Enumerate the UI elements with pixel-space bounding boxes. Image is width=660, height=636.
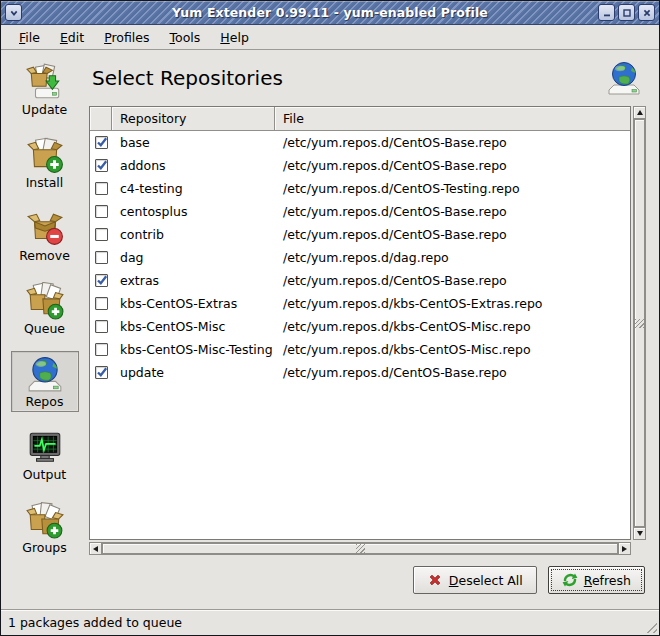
refresh-button[interactable]: Refresh bbox=[548, 566, 645, 594]
repo-name: update bbox=[112, 365, 275, 380]
repo-name: base bbox=[112, 135, 275, 150]
column-header-checkbox[interactable] bbox=[90, 107, 112, 131]
repo-checkbox[interactable] bbox=[95, 251, 108, 264]
repo-file: /etc/yum.repos.d/kbs-CentOS-Extras.repo bbox=[275, 296, 630, 311]
repo-name: extras bbox=[112, 273, 275, 288]
repo-file: /etc/yum.repos.d/CentOS-Base.repo bbox=[275, 204, 630, 219]
menu-help[interactable]: Help bbox=[210, 27, 259, 48]
minimize-icon bbox=[602, 8, 612, 18]
sidebar-item-install[interactable]: Install bbox=[11, 132, 79, 193]
vertical-scroll-track[interactable] bbox=[633, 119, 646, 527]
scroll-left-button[interactable] bbox=[89, 542, 102, 555]
arrow-up-icon bbox=[637, 110, 643, 115]
repo-name: kbs-CentOS-Extras bbox=[112, 296, 275, 311]
repo-name: c4-testing bbox=[112, 181, 275, 196]
repo-name: contrib bbox=[112, 227, 275, 242]
sidebar-item-label: Queue bbox=[14, 321, 76, 336]
arrow-down-icon bbox=[637, 531, 643, 536]
repo-file: /etc/yum.repos.d/CentOS-Base.repo bbox=[275, 158, 630, 173]
repo-checkbox-checked[interactable] bbox=[95, 136, 108, 149]
repo-file: /etc/yum.repos.d/kbs-CentOS-Misc.repo bbox=[275, 319, 630, 334]
horizontal-scrollbar[interactable] bbox=[89, 542, 631, 555]
repo-checkbox[interactable] bbox=[95, 320, 108, 333]
repo-checkbox[interactable] bbox=[95, 343, 108, 356]
repo-checkbox[interactable] bbox=[95, 182, 108, 195]
repo-row[interactable]: addons/etc/yum.repos.d/CentOS-Base.repo bbox=[90, 154, 630, 177]
output-monitor-icon bbox=[26, 428, 64, 466]
content-area: UpdateInstallRemoveQueueReposOutputGroup… bbox=[1, 50, 659, 609]
repo-row[interactable]: c4-testing/etc/yum.repos.d/CentOS-Testin… bbox=[90, 177, 630, 200]
repos-globe-icon bbox=[26, 355, 64, 393]
sidebar: UpdateInstallRemoveQueueReposOutputGroup… bbox=[1, 50, 88, 609]
sidebar-item-label: Groups bbox=[14, 540, 76, 555]
repo-row[interactable]: contrib/etc/yum.repos.d/CentOS-Base.repo bbox=[90, 223, 630, 246]
table-header: RepositoryFile bbox=[90, 107, 630, 131]
horizontal-scroll-thumb[interactable] bbox=[102, 543, 618, 554]
update-box-icon bbox=[26, 63, 64, 101]
repo-row[interactable]: update/etc/yum.repos.d/CentOS-Base.repo bbox=[90, 361, 630, 384]
menu-bar: FileEditProfilesToolsHelp bbox=[1, 25, 659, 50]
sidebar-item-update[interactable]: Update bbox=[11, 59, 79, 120]
repo-checkbox[interactable] bbox=[95, 205, 108, 218]
scroll-up-button[interactable] bbox=[633, 106, 646, 119]
repo-name: addons bbox=[112, 158, 275, 173]
sidebar-item-label: Update bbox=[14, 102, 76, 117]
repo-row[interactable]: kbs-CentOS-Misc-Testing/etc/yum.repos.d/… bbox=[90, 338, 630, 361]
repo-checkbox-checked[interactable] bbox=[95, 274, 108, 287]
sidebar-item-label: Repos bbox=[14, 394, 76, 409]
repo-row[interactable]: kbs-CentOS-Extras/etc/yum.repos.d/kbs-Ce… bbox=[90, 292, 630, 315]
sidebar-item-groups[interactable]: Groups bbox=[11, 497, 79, 558]
title-bar[interactable]: Yum Extender 0.99.11 - yum-enabled Profi… bbox=[1, 1, 659, 25]
repo-file: /etc/yum.repos.d/kbs-CentOS-Misc.repo bbox=[275, 342, 630, 357]
button-label: Refresh bbox=[584, 573, 631, 588]
repo-name: kbs-CentOS-Misc bbox=[112, 319, 275, 334]
column-header-file[interactable]: File bbox=[275, 107, 630, 131]
main-panel: Select Repositories RepositoryFile base/… bbox=[88, 50, 659, 609]
vertical-scroll-thumb[interactable] bbox=[634, 119, 645, 527]
repo-checkbox[interactable] bbox=[95, 228, 108, 241]
list-viewport: RepositoryFile base/etc/yum.repos.d/Cent… bbox=[89, 106, 631, 540]
sidebar-item-output[interactable]: Output bbox=[11, 424, 79, 485]
sidebar-item-repos[interactable]: Repos bbox=[11, 351, 79, 412]
sidebar-item-remove[interactable]: Remove bbox=[11, 205, 79, 266]
scroll-right-button[interactable] bbox=[618, 542, 631, 555]
column-header-repository[interactable]: Repository bbox=[112, 107, 275, 131]
repo-checkbox[interactable] bbox=[95, 297, 108, 310]
resize-grip[interactable] bbox=[642, 618, 657, 633]
menu-tools[interactable]: Tools bbox=[160, 27, 211, 48]
repo-file: /etc/yum.repos.d/CentOS-Base.repo bbox=[275, 227, 630, 242]
arrow-left-icon bbox=[93, 546, 98, 552]
repo-checkbox-checked[interactable] bbox=[95, 366, 108, 379]
repo-row[interactable]: kbs-CentOS-Misc/etc/yum.repos.d/kbs-Cent… bbox=[90, 315, 630, 338]
refresh-arrows-icon bbox=[562, 572, 578, 588]
repo-checkbox-checked[interactable] bbox=[95, 159, 108, 172]
scroll-down-button[interactable] bbox=[633, 527, 646, 540]
minimize-button[interactable] bbox=[598, 4, 615, 21]
menu-edit[interactable]: Edit bbox=[50, 27, 94, 48]
table-body: base/etc/yum.repos.d/CentOS-Base.repoadd… bbox=[90, 131, 630, 539]
repo-name: kbs-CentOS-Misc-Testing bbox=[112, 342, 275, 357]
status-bar: 1 packages added to queue bbox=[1, 609, 659, 635]
repo-file: /etc/yum.repos.d/dag.repo bbox=[275, 250, 630, 265]
install-box-icon bbox=[26, 136, 64, 174]
repo-row[interactable]: centosplus/etc/yum.repos.d/CentOS-Base.r… bbox=[90, 200, 630, 223]
menu-file[interactable]: File bbox=[9, 27, 50, 48]
repo-name: dag bbox=[112, 250, 275, 265]
yum-extender-window: Yum Extender 0.99.11 - yum-enabled Profi… bbox=[0, 0, 660, 636]
horizontal-scroll-track[interactable] bbox=[102, 542, 618, 555]
repo-row[interactable]: base/etc/yum.repos.d/CentOS-Base.repo bbox=[90, 131, 630, 154]
remove-box-icon bbox=[26, 209, 64, 247]
window-menu-button[interactable] bbox=[5, 4, 22, 21]
repo-file: /etc/yum.repos.d/CentOS-Base.repo bbox=[275, 135, 630, 150]
repo-row[interactable]: dag/etc/yum.repos.d/dag.repo bbox=[90, 246, 630, 269]
deselect-all-button[interactable]: Deselect All bbox=[413, 566, 537, 594]
deselect-x-icon bbox=[427, 572, 443, 588]
menu-profiles[interactable]: Profiles bbox=[94, 27, 159, 48]
page-title: Select Repositories bbox=[92, 66, 283, 90]
close-button[interactable] bbox=[638, 4, 655, 21]
maximize-button[interactable] bbox=[618, 4, 635, 21]
scroll-grip-icon bbox=[356, 544, 365, 553]
vertical-scrollbar[interactable] bbox=[633, 106, 646, 540]
sidebar-item-queue[interactable]: Queue bbox=[11, 278, 79, 339]
repo-row[interactable]: extras/etc/yum.repos.d/CentOS-Base.repo bbox=[90, 269, 630, 292]
